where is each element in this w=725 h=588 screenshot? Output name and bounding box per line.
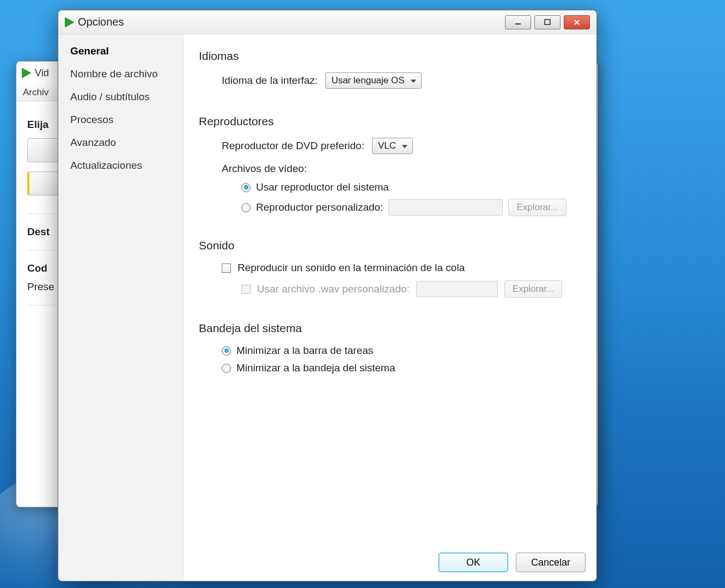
section-heading-tray: Bandeja del sistema [199, 322, 581, 335]
sidebar-item-audio-subtitles[interactable]: Audio / subtítulos [58, 85, 183, 108]
radio-custom-player-label: Reproductor personalizado: [256, 201, 383, 213]
checkbox-play-sound-label: Reproducir un sonido en la terminación d… [237, 262, 465, 274]
close-button[interactable] [564, 15, 590, 29]
radio-custom-player[interactable] [241, 203, 251, 212]
radio-system-player[interactable] [241, 183, 251, 192]
dvd-player-label: Reproductor de DVD preferido: [222, 140, 364, 152]
video-files-label: Archivos de vídeo: [222, 163, 581, 175]
ok-button[interactable]: OK [438, 553, 508, 572]
dialog-app-icon [65, 17, 74, 27]
minimize-button[interactable] [505, 15, 531, 29]
section-heading-sound: Sonido [199, 239, 581, 252]
maximize-button[interactable] [534, 15, 560, 29]
options-dialog: Opciones General Nombre de archivo Audio… [58, 10, 597, 581]
custom-wav-path-input [416, 281, 498, 297]
sidebar-item-general[interactable]: General [58, 40, 183, 63]
radio-minimize-taskbar-label: Minimizar a la barra de tareas [236, 345, 373, 357]
interface-language-label: Idioma de la interfaz: [222, 75, 318, 87]
app-icon [22, 68, 31, 78]
dvd-player-combo[interactable]: VLC [372, 138, 413, 154]
radio-minimize-tray-label: Minimizar a la bandeja del sistema [236, 362, 395, 374]
checkbox-custom-wav [241, 285, 251, 294]
interface-language-combo[interactable]: Usar lenguaje OS [325, 72, 421, 89]
radio-system-player-label: Usar reproductor del sistema [256, 181, 389, 193]
custom-player-path-input [388, 199, 503, 216]
cancel-button[interactable]: Cancelar [516, 553, 586, 572]
parent-window-title: Vid [35, 68, 49, 79]
sidebar-item-processes[interactable]: Procesos [58, 108, 183, 131]
options-sidebar: General Nombre de archivo Audio / subtít… [58, 34, 184, 581]
svg-rect-0 [515, 23, 521, 24]
svg-rect-1 [545, 20, 550, 24]
dialog-title: Opciones [78, 16, 124, 28]
section-heading-languages: Idiomas [199, 50, 581, 63]
custom-player-browse-button: Explorar... [508, 199, 566, 216]
radio-minimize-tray[interactable] [222, 364, 231, 373]
sidebar-item-updates[interactable]: Actualizaciones [58, 154, 183, 177]
sidebar-item-advanced[interactable]: Avanzado [58, 131, 183, 154]
checkbox-custom-wav-label: Usar archivo .wav personalizado: [257, 283, 410, 295]
radio-minimize-taskbar[interactable] [222, 346, 231, 356]
custom-wav-browse-button: Explorar... [504, 280, 563, 298]
checkbox-play-sound[interactable] [222, 264, 231, 273]
section-heading-players: Reproductores [199, 115, 581, 128]
sidebar-item-filename[interactable]: Nombre de archivo [58, 63, 183, 85]
